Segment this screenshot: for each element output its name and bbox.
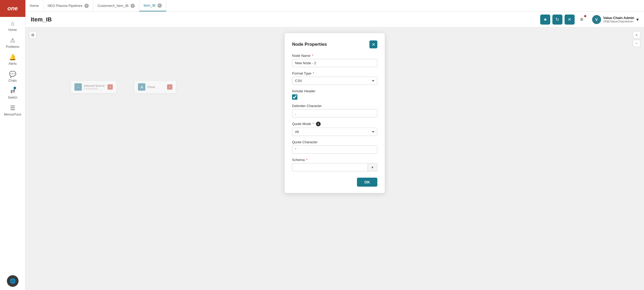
sidebar-item-label: Menus/Favs: [4, 113, 21, 116]
avatar[interactable]: 🌐: [7, 275, 19, 287]
user-section: V Value Chain Admin ONEIValueChainAdmin …: [592, 15, 639, 24]
node-1-text: Inbound Source: CustomerA...: [84, 84, 105, 90]
include-header-checkbox[interactable]: [292, 94, 297, 100]
node-2-text: Parse: [147, 85, 155, 89]
sidebar-item-chats[interactable]: 💬 Chats: [0, 68, 25, 85]
ok-button[interactable]: OK: [357, 178, 377, 187]
info-icon[interactable]: i: [316, 122, 321, 126]
delimiter-char-input[interactable]: [292, 109, 377, 117]
warning-icon: ⚠: [10, 37, 15, 44]
star-icon: ★: [543, 17, 547, 22]
modal-close-button[interactable]: ✕: [369, 40, 377, 48]
schema-group: Schema * ▾: [292, 158, 377, 171]
include-header-wrap: [292, 94, 377, 100]
sidebar-item-label: Problems: [6, 45, 19, 49]
sidebar-item-menus[interactable]: ☰ Menus/Favs: [0, 102, 25, 118]
tab-customer[interactable]: CustomerA_Item_IB ✕: [93, 0, 139, 11]
format-type-label: Format Type *: [292, 71, 377, 75]
sidebar-item-home[interactable]: ⌂ Home: [0, 17, 25, 34]
canvas-list-button[interactable]: ⊞: [29, 31, 37, 39]
sidebar-item-problems[interactable]: ⚠ Problems: [0, 34, 25, 51]
quote-char-input[interactable]: [292, 145, 377, 154]
quote-mode-label: Quote Mode * i: [292, 122, 377, 126]
tab-bar: Home NEO Plasma Pipelines ✕ CustomerA_It…: [25, 0, 644, 12]
node-name-group: Node Name *: [292, 54, 377, 67]
close-button[interactable]: ✕: [565, 15, 575, 25]
include-header-group: Include Header: [292, 89, 377, 100]
tab-label: NEO Plasma Pipelines: [48, 4, 83, 8]
toolbar: Item_IB ★ ↻ ✕ ≡ V Value: [25, 12, 644, 27]
modal-footer: OK: [292, 178, 377, 187]
zoom-out-button[interactable]: −: [633, 40, 640, 47]
node-name-label: Node Name *: [292, 54, 377, 58]
user-role: ONEIValueChainAdmin: [603, 20, 634, 23]
user-avatar[interactable]: V: [592, 15, 601, 24]
switch-icon-wrap: ⇄: [10, 88, 15, 95]
refresh-button[interactable]: ↻: [552, 15, 562, 25]
required-star: *: [311, 54, 313, 58]
home-icon: ⌂: [11, 20, 14, 27]
avatar-icon: 🌐: [10, 278, 16, 284]
modal-header: Node Properties ✕: [292, 40, 377, 48]
sidebar: one ⌂ Home ⚠ Problems 🔔 Alerts 💬 Chats ⇄…: [0, 0, 25, 290]
quote-char-label: Quote Character: [292, 140, 377, 144]
node-1-badge: 1: [108, 84, 113, 90]
zoom-in-button[interactable]: +: [633, 31, 640, 39]
delimiter-char-label: Delimiter Character: [292, 104, 377, 108]
node-1-label: Inbound Source:: [84, 84, 105, 87]
quote-mode-group: Quote Mode * i All None Non Numeric All …: [292, 122, 377, 136]
tab-neo[interactable]: NEO Plasma Pipelines ✕: [43, 0, 93, 11]
sidebar-item-alerts[interactable]: 🔔 Alerts: [0, 51, 25, 68]
canvas-node-1[interactable]: → Inbound Source: CustomerA... 1: [70, 80, 117, 94]
canvas-node-2[interactable]: ⊕ Parse 1: [134, 80, 176, 94]
user-info: Value Chain Admin ONEIValueChainAdmin: [603, 16, 634, 23]
avatar-letter: V: [595, 17, 598, 22]
schema-input[interactable]: [292, 163, 368, 171]
tab-label: Home: [30, 4, 39, 8]
node-name-input[interactable]: [292, 59, 377, 67]
chat-icon: 💬: [9, 71, 16, 78]
quote-mode-select[interactable]: All None Non Numeric All Non Null: [292, 128, 377, 136]
user-dropdown-icon[interactable]: ▾: [636, 17, 639, 22]
sidebar-bottom: 🌐: [0, 275, 25, 290]
tab-close-neo[interactable]: ✕: [84, 4, 89, 8]
switch-badge: [14, 87, 16, 89]
node-properties-modal: Node Properties ✕ Node Name * Format Typ…: [284, 33, 385, 193]
user-name: Value Chain Admin: [603, 16, 634, 20]
modal-overlay: Node Properties ✕ Node Name * Format Typ…: [25, 27, 644, 290]
tab-label: CustomerA_Item_IB: [97, 4, 128, 8]
toolbar-actions: ★ ↻ ✕ ≡ V Value Chain Admin ONEIVa: [540, 15, 639, 25]
logo-text: one: [7, 5, 18, 12]
schema-row: ▾: [292, 163, 377, 171]
node-2-icon: ⊕: [138, 83, 145, 91]
tab-label: Item_IB: [144, 3, 155, 7]
tab-close-item-ib[interactable]: ✕: [158, 3, 162, 8]
sidebar-item-label: Chats: [8, 79, 17, 82]
modal-title: Node Properties: [292, 42, 327, 47]
node-2-label: Parse: [147, 85, 155, 89]
list-icon: ⊞: [31, 33, 34, 37]
sidebar-item-label: Home: [8, 28, 17, 32]
star-button[interactable]: ★: [540, 15, 550, 25]
tab-close-customer[interactable]: ✕: [131, 4, 135, 8]
menu-icon: ≡: [580, 16, 583, 22]
logo[interactable]: one: [0, 0, 25, 17]
close-icon: ✕: [372, 42, 375, 47]
close-icon: ✕: [568, 17, 571, 22]
tab-home[interactable]: Home: [25, 0, 43, 11]
sidebar-item-switch[interactable]: ⇄ Switch: [0, 85, 25, 102]
sidebar-item-label: Switch: [8, 96, 17, 99]
node-1-icon: →: [74, 83, 82, 91]
page-title: Item_IB: [31, 16, 540, 23]
tab-item-ib[interactable]: Item_IB ✕: [139, 0, 166, 11]
schema-label: Schema *: [292, 158, 377, 162]
format-type-group: Format Type * CSV JSON XML Fixed Width: [292, 71, 377, 85]
node-1-sublabel: CustomerA...: [84, 87, 105, 90]
refresh-icon: ↻: [556, 17, 559, 22]
quote-char-group: Quote Character: [292, 140, 377, 154]
notification-button[interactable]: ≡: [577, 15, 587, 25]
schema-dropdown-button[interactable]: ▾: [368, 163, 377, 171]
format-type-select[interactable]: CSV JSON XML Fixed Width: [292, 77, 377, 85]
delimiter-char-group: Delimiter Character: [292, 104, 377, 117]
canvas-area[interactable]: ⊞ → Inbound Source: CustomerA... 1 ⊕ Par…: [25, 27, 644, 290]
